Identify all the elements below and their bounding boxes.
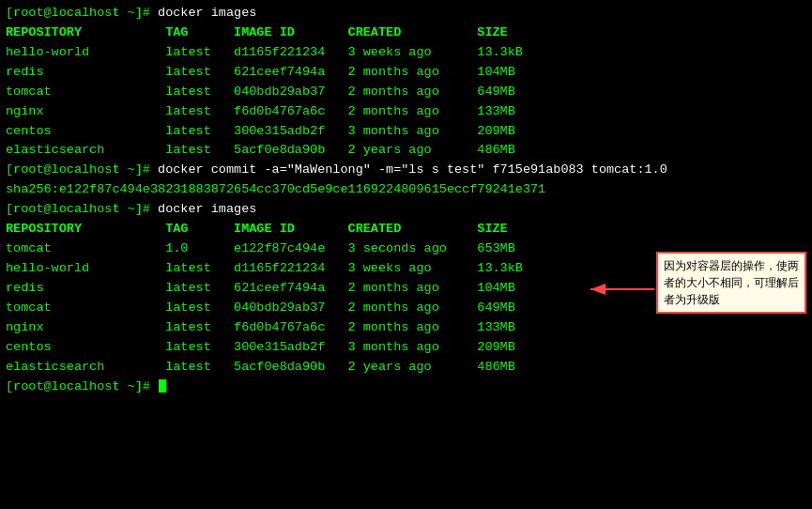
- table-row: tomcat latest 040bdb29ab37 2 months ago …: [6, 83, 806, 102]
- table-row: centos latest 300e315adb2f 3 months ago …: [6, 122, 806, 142]
- table-row: redis latest 621ceef7494a 2 months ago 1…: [6, 63, 806, 83]
- table-row: elasticsearch latest 5acf0e8da90b 2 year…: [6, 141, 806, 161]
- line-header-2: REPOSITORY TAG IMAGE ID CREATED SIZE: [6, 220, 806, 239]
- line-final-prompt: [root@localhost ~]#: [6, 378, 806, 397]
- terminal-window: [root@localhost ~]# docker images REPOSI…: [0, 0, 812, 509]
- cursor: [159, 379, 166, 393]
- table-row: elasticsearch latest 5acf0e8da90b 2 year…: [6, 358, 806, 378]
- table-row: centos latest 300e315adb2f 3 months ago …: [6, 338, 806, 358]
- prompt-3: [root@localhost ~]#: [6, 202, 158, 216]
- cmd-2: docker images: [158, 202, 256, 216]
- table-header-1: REPOSITORY TAG IMAGE ID CREATED SIZE: [6, 25, 508, 39]
- table-row: nginx latest f6d0b4767a6c 2 months ago 1…: [6, 102, 806, 122]
- table-header-2: REPOSITORY TAG IMAGE ID CREATED SIZE: [6, 222, 508, 236]
- line-commit: [root@localhost ~]# docker commit -a="Ma…: [6, 161, 806, 180]
- annotation-arrow: [581, 261, 656, 317]
- cmd-1: docker images: [158, 6, 256, 20]
- prompt-2: [root@localhost ~]#: [6, 162, 158, 177]
- cmd-commit: docker commit -a="MaWenlong" -m="ls s te…: [158, 162, 667, 177]
- prompt-final: [root@localhost ~]#: [6, 379, 158, 393]
- annotation-box: 因为对容器层的操作，使两者的大小不相同，可理解后者为升级版: [656, 252, 806, 314]
- table-row: hello-world latest d1165f221234 3 weeks …: [6, 43, 806, 63]
- line-sha: sha256:e122f87c494e38231883872654cc370cd…: [6, 180, 806, 200]
- line-cmd2: [root@localhost ~]# docker images: [6, 200, 806, 220]
- table-row: nginx latest f6d0b4767a6c 2 months ago 1…: [6, 318, 806, 338]
- annotation-text: 因为对容器层的操作，使两者的大小不相同，可理解后者为升级版: [664, 259, 799, 306]
- line-1: [root@localhost ~]# docker images: [6, 4, 806, 23]
- line-header-1: REPOSITORY TAG IMAGE ID CREATED SIZE: [6, 23, 806, 43]
- prompt-1: [root@localhost ~]#: [6, 6, 158, 20]
